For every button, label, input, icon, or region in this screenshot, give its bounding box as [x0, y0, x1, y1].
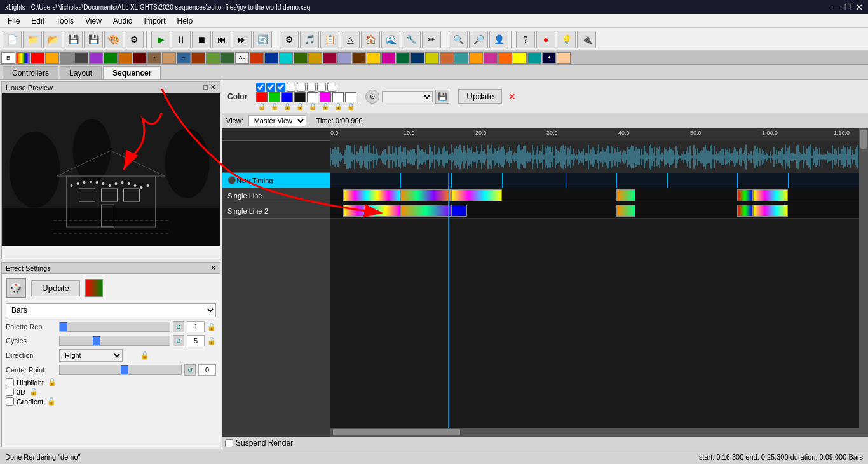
- cycles-reset[interactable]: ↺: [173, 335, 184, 346]
- effect-type-dropdown[interactable]: Bars: [6, 303, 216, 317]
- palette-p30[interactable]: [557, 52, 571, 64]
- palette-p28[interactable]: [513, 52, 527, 64]
- palette-green[interactable]: [104, 52, 118, 64]
- fx-btn8[interactable]: ✏: [422, 31, 441, 48]
- palette-p12[interactable]: [279, 52, 293, 64]
- effect-block-blue[interactable]: [451, 205, 467, 217]
- color-swatch-7[interactable]: [332, 92, 344, 102]
- effect-settings-close[interactable]: ✕: [210, 264, 216, 272]
- color-preset-dropdown[interactable]: [382, 91, 433, 102]
- palette-p27[interactable]: [498, 52, 512, 64]
- search2-btn[interactable]: 🔎: [469, 31, 488, 48]
- track-label-single-line-2[interactable]: Single Line-2: [222, 203, 330, 219]
- color-check-1[interactable]: [256, 83, 265, 92]
- color-wheel-button[interactable]: ⊙: [365, 90, 379, 104]
- palette-rep-value[interactable]: [187, 321, 205, 332]
- palette-p14[interactable]: [308, 52, 322, 64]
- palette-text[interactable]: Ab: [235, 52, 249, 64]
- save-button[interactable]: 💾: [64, 31, 83, 48]
- play-button[interactable]: ▶: [151, 31, 170, 48]
- palette-music[interactable]: ♪: [147, 52, 161, 64]
- palette-p29[interactable]: [527, 52, 541, 64]
- palette-p8[interactable]: [206, 52, 220, 64]
- palette-p2[interactable]: [74, 52, 88, 64]
- suspend-render-checkbox[interactable]: [225, 439, 233, 447]
- save-as-button[interactable]: 💾: [84, 31, 103, 48]
- color-swatch-blue[interactable]: [281, 92, 293, 102]
- palette-wave[interactable]: ~: [177, 52, 191, 64]
- effect-block-6[interactable]: [753, 189, 788, 201]
- red-dot[interactable]: ●: [536, 31, 555, 48]
- fx-btn5[interactable]: 🏠: [361, 31, 380, 48]
- palette-p7[interactable]: [191, 52, 205, 64]
- palette-p1[interactable]: [60, 52, 74, 64]
- palette-orange[interactable]: [45, 52, 59, 64]
- setup-button[interactable]: ⚙: [125, 31, 144, 48]
- search-btn[interactable]: 🔍: [449, 31, 468, 48]
- fx-btn2[interactable]: 🎵: [300, 31, 319, 48]
- center-point-slider[interactable]: [59, 365, 182, 375]
- color-swatch-8[interactable]: [345, 92, 356, 102]
- color-swatch-black[interactable]: [294, 92, 306, 102]
- palette-p22[interactable]: [425, 52, 439, 64]
- vscroll-thumb[interactable]: [860, 130, 867, 149]
- effect-block-2[interactable]: [400, 189, 451, 201]
- maximize-button[interactable]: ❐: [844, 3, 852, 12]
- palette-p6[interactable]: [162, 52, 176, 64]
- palette-p23[interactable]: [440, 52, 454, 64]
- palette-p18[interactable]: [367, 52, 381, 64]
- effect-block-4[interactable]: [616, 189, 635, 201]
- toggle-btn[interactable]: 🔌: [577, 31, 596, 48]
- effect-block-10[interactable]: [737, 205, 753, 217]
- palette-p17[interactable]: [352, 52, 366, 64]
- color-check-7[interactable]: [317, 83, 326, 92]
- palette-p4[interactable]: [118, 52, 132, 64]
- tab-controllers[interactable]: Controllers: [3, 66, 58, 79]
- scroll-thumb[interactable]: [333, 429, 460, 435]
- color-check-5[interactable]: [297, 83, 306, 92]
- 3d-checkbox[interactable]: [6, 388, 14, 396]
- palette-p25[interactable]: [469, 52, 483, 64]
- panel-close-button[interactable]: ✕: [210, 83, 216, 92]
- help-btn[interactable]: ?: [516, 31, 535, 48]
- menu-item-help[interactable]: Help: [172, 15, 198, 27]
- effect-update-button[interactable]: Update: [31, 280, 80, 296]
- menu-item-view[interactable]: View: [80, 15, 107, 27]
- fx-btn7[interactable]: 🔧: [402, 31, 421, 48]
- center-point-value[interactable]: [198, 364, 216, 376]
- user-btn[interactable]: 👤: [489, 31, 508, 48]
- prev-button[interactable]: ⏮: [212, 31, 231, 48]
- color-swatch-magenta[interactable]: [320, 92, 331, 102]
- effect-block-9[interactable]: [616, 205, 635, 217]
- effect-block-8[interactable]: [400, 205, 451, 217]
- effect-block-1[interactable]: [343, 189, 400, 201]
- effect-icon-button[interactable]: 🎲: [6, 278, 26, 298]
- palette-p15[interactable]: [323, 52, 337, 64]
- menu-item-tools[interactable]: Tools: [51, 15, 79, 27]
- menu-item-import[interactable]: Import: [139, 15, 171, 27]
- palette-rep-slider[interactable]: [59, 322, 170, 332]
- palette-p16[interactable]: [337, 52, 351, 64]
- effect-block-3[interactable]: [451, 189, 502, 201]
- panel-restore-button[interactable]: □: [203, 83, 208, 92]
- direction-dropdown[interactable]: LeftRightUpDown: [59, 349, 123, 362]
- pause-button[interactable]: ⏸: [172, 31, 191, 48]
- open-button[interactable]: 📁: [23, 31, 42, 48]
- vertical-scrollbar[interactable]: [859, 128, 868, 437]
- light-btn[interactable]: 💡: [557, 31, 576, 48]
- effect-block-5[interactable]: [737, 189, 753, 201]
- menu-item-file[interactable]: File: [3, 15, 25, 27]
- palette-p11[interactable]: [264, 52, 278, 64]
- cycles-value[interactable]: [187, 335, 205, 346]
- effect-block-11[interactable]: [753, 205, 788, 217]
- palette-p21[interactable]: [410, 52, 424, 64]
- effect-block-7[interactable]: [343, 205, 400, 217]
- color-check-6[interactable]: [307, 83, 316, 92]
- new-button[interactable]: 📄: [3, 31, 22, 48]
- color-check-4[interactable]: [287, 83, 295, 92]
- palette-p9[interactable]: [220, 52, 234, 64]
- color-check-3[interactable]: [276, 83, 285, 92]
- palette-p19[interactable]: [381, 52, 395, 64]
- palette-p5[interactable]: [133, 52, 147, 64]
- render-button[interactable]: 🎨: [104, 31, 123, 48]
